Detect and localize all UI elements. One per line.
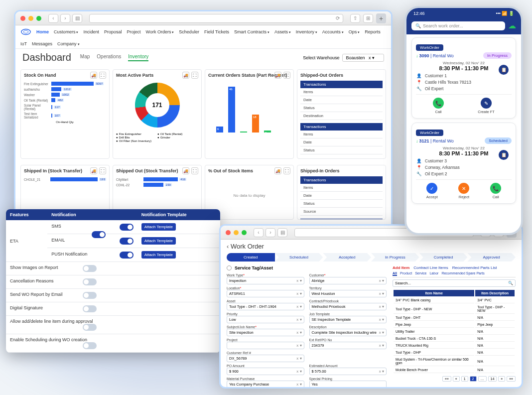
nav-ops[interactable]: Ops (349, 29, 360, 34)
field-input[interactable]: ATSR#11x ▾ (227, 290, 304, 297)
minimize-icon[interactable] (234, 230, 239, 235)
back-button[interactable]: ‹ (48, 14, 58, 23)
page-button[interactable]: «« (442, 376, 451, 382)
subtab-service[interactable]: Service (415, 271, 426, 276)
reload-icon[interactable]: ⟳ (336, 15, 340, 21)
subtab-map[interactable]: Map (80, 54, 90, 61)
toggle-show-images-on-report[interactable] (83, 265, 97, 272)
toggle-email[interactable] (120, 238, 133, 245)
toggle-allow-add/delete-line-item-during-approval[interactable] (83, 324, 97, 331)
action-create-ft[interactable]: ✎Create FT (478, 98, 495, 114)
share-icon[interactable]: ⇧ (350, 14, 360, 23)
expand-icon[interactable]: ⛶ (283, 167, 290, 174)
truck-icon[interactable]: 🚚 (274, 167, 281, 174)
nav-workorders[interactable]: Work Orders (146, 29, 174, 34)
field-input[interactable]: $ 575.00x ▾ (309, 368, 387, 375)
page-button[interactable]: 1 (461, 376, 468, 382)
subtab-recommended-spare-parts[interactable]: Recommended Spare Parts (441, 271, 484, 276)
nav-customers[interactable]: Customers (54, 29, 78, 34)
toggle-push[interactable] (120, 252, 133, 259)
table-row[interactable]: Mobile Bench ProverN/A (394, 367, 515, 373)
url-bar[interactable]: ⟳ (89, 14, 343, 23)
action-call[interactable]: 📞Call (433, 98, 444, 114)
new-tab-button[interactable]: + (376, 13, 386, 23)
tab-recommended-parts-list[interactable]: Recommended Parts List (452, 265, 497, 270)
page-button[interactable]: … (478, 376, 487, 382)
field-input[interactable]: DX_56789x ▾ (227, 355, 304, 362)
nav-reports[interactable]: Reports (365, 29, 381, 34)
close-icon[interactable] (226, 230, 231, 235)
toggle-digital-signature[interactable] (83, 305, 97, 312)
nav-messages[interactable]: Messages (32, 41, 52, 46)
tab-add-item[interactable]: Add Item (393, 265, 409, 270)
field-input[interactable]: Tool Type - DHT - DHT-1904x ▾ (227, 303, 304, 310)
nav-accounts[interactable]: Accounts (322, 29, 344, 34)
toggle-enable-scheduling-during-wo-creation[interactable] (83, 342, 97, 349)
toggle-send-wo-report-by-email[interactable] (83, 292, 97, 299)
page-button[interactable]: 2 (470, 376, 477, 382)
field-input[interactable]: x ▾ (227, 342, 304, 349)
nav-company[interactable]: Company (57, 41, 79, 46)
table-row[interactable]: Utility TrailerN/A (394, 329, 515, 335)
nav-incident[interactable]: Incident (83, 29, 99, 34)
nav-iot[interactable]: IoT (20, 41, 27, 46)
field-input[interactable]: West Houstonx ▾ (309, 290, 387, 297)
stage-in-progress[interactable]: In Progress (371, 253, 419, 262)
nav-scheduler[interactable]: Scheduler (179, 29, 199, 34)
nav-inventory[interactable]: Inventory (296, 29, 317, 34)
stage-scheduled[interactable]: Scheduled (275, 253, 323, 262)
detail-button[interactable]: 📋 (499, 150, 509, 160)
table-row[interactable]: Tool Type - DHP - NEWTool Type - DHP - N… (394, 304, 515, 314)
stage-accepted[interactable]: Accepted (323, 253, 371, 262)
truck-icon[interactable]: 🚚 (90, 167, 97, 174)
workorder-card[interactable]: WorkOrder 3121 | Rental WoScheduled Wedn… (411, 123, 516, 204)
expand-icon[interactable]: ⛶ (191, 72, 198, 79)
maximize-icon[interactable] (36, 16, 41, 21)
truck-icon[interactable]: 🚚 (274, 72, 281, 79)
action-accept[interactable]: ✓Accept (426, 183, 438, 199)
subtab-inventory[interactable]: Inventory (128, 54, 148, 61)
attach-push-button[interactable]: Attach Template (141, 251, 176, 259)
maximize-icon[interactable] (242, 230, 247, 235)
expand-icon[interactable]: ⛶ (99, 72, 106, 79)
field-input[interactable]: Inspectionx ▾ (227, 277, 304, 284)
truck-icon[interactable]: 🚚 (90, 72, 97, 79)
action-call[interactable]: 📞Call (490, 183, 501, 199)
field-input[interactable]: Abridgex ▾ (309, 277, 387, 284)
table-row[interactable]: Tool Type - DHPN/A (394, 350, 515, 356)
field-input[interactable]: Site inspectionx ▾ (227, 329, 304, 336)
page-button[interactable]: 14 (488, 376, 497, 382)
table-row[interactable]: Mud System - Tri-Flow/Chemtron or simila… (394, 357, 515, 366)
subtab-product[interactable]: Product (400, 271, 412, 276)
table-row[interactable]: Pipe JeepPipe Jeep (394, 322, 515, 328)
tabs-icon[interactable]: ⊞ (363, 14, 373, 23)
page-button[interactable]: « (453, 376, 460, 382)
field-input[interactable]: SE Inspection Templatex ▾ (309, 316, 387, 323)
workorder-card[interactable]: WorkOrder 3090 | Rental WoIn Progress We… (411, 37, 516, 119)
field-input[interactable]: Yes (309, 381, 387, 388)
field-input[interactable]: Complete Site inspection including wirex… (309, 329, 387, 336)
subtab-labor[interactable]: Labor (429, 271, 438, 276)
subtab-all[interactable]: All (393, 271, 397, 276)
attach-sms-button[interactable]: Attach Template (141, 223, 176, 231)
field-input[interactable]: 234379x ▾ (309, 342, 387, 349)
table-row[interactable]: Tool Type - DHTN/A (394, 315, 515, 321)
forward-button[interactable]: › (266, 228, 275, 237)
radio-service-tag[interactable] (227, 265, 232, 270)
item-search[interactable]: Search...🔍 (393, 279, 516, 287)
page-button[interactable]: » (498, 376, 505, 382)
minimize-icon[interactable] (28, 16, 33, 21)
sidebar-icon[interactable]: ▤ (277, 228, 287, 237)
stage-approved[interactable]: Approved (467, 253, 516, 262)
action-reject[interactable]: ✕Reject (458, 183, 469, 199)
nav-fieldtickets[interactable]: Field Tickets (204, 29, 229, 34)
forward-button[interactable]: › (60, 14, 70, 23)
page-button[interactable]: »» (507, 376, 516, 382)
field-input[interactable]: Lowx ▾ (227, 316, 304, 323)
nav-home[interactable]: Home (36, 29, 49, 34)
mobile-search[interactable]: 🔍Search work order... (411, 21, 505, 30)
table-row[interactable]: Bucket Truck - CTA-130-SN/A (394, 336, 515, 342)
field-input[interactable]: Yes Company Purchasex ▾ (227, 381, 304, 388)
stage-created[interactable]: Created (227, 253, 275, 262)
sidebar-icon[interactable]: ▤ (72, 14, 82, 23)
